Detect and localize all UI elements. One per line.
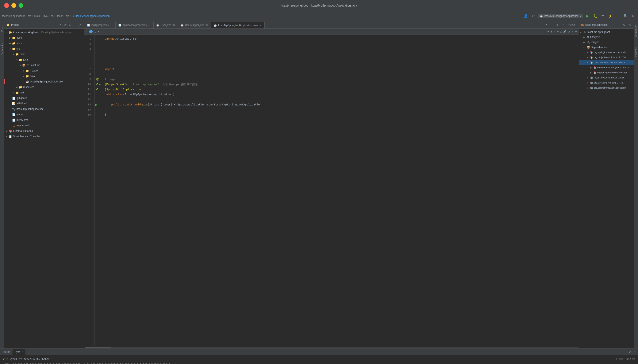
tab-main-class[interactable]: ☕ ItcastMpSpringbootApplication.java ✕: [211, 22, 265, 28]
maven-expand-deps[interactable]: ▾: [583, 46, 587, 48]
breadcrumb-project[interactable]: itcast-mp-springboot: [2, 14, 25, 18]
tree-item-scratches[interactable]: ▶ 📋 Scratches and Consoles: [4, 134, 84, 139]
maven-dep-3-1[interactable]: ▶ 📚 com.baomidou:mybatis-plus m: [579, 65, 634, 70]
maven-item-plugins[interactable]: ▶ 🔌 Plugins: [579, 40, 634, 45]
tab-usermapper[interactable]: ☕ UserMapper.java ✕: [178, 22, 211, 28]
build-tab-sync[interactable]: Sync ✕: [12, 349, 26, 355]
vcs-icon-btn[interactable]: 👤: [523, 13, 529, 19]
more-run-btn[interactable]: ⋮: [615, 13, 621, 19]
settings-btn[interactable]: ⚙: [630, 13, 636, 19]
hscroll-track[interactable]: [85, 347, 578, 348]
tree-item-ext-libs[interactable]: ▶ 📚 External Libraries: [4, 128, 84, 134]
maven-expand-dep3[interactable]: ▾: [587, 61, 590, 64]
expand-icon[interactable]: ⤢: [571, 30, 573, 33]
maven-close-icon[interactable]: ✕: [628, 23, 632, 27]
build-close-icon[interactable]: ✕: [632, 350, 636, 354]
maven-expand-lifecycle[interactable]: ▶: [583, 36, 587, 38]
close-panel-icon[interactable]: ✕: [78, 23, 82, 27]
expand-arrow[interactable]: ▾: [12, 53, 15, 56]
tree-item-package[interactable]: ▾ 📦 cn.itcast.mp: [4, 62, 84, 68]
close-button[interactable]: [4, 3, 9, 8]
tab-close-user[interactable]: ✕: [172, 24, 175, 26]
maven-tab-label[interactable]: Maven: [566, 23, 577, 26]
sidebar-label-bookmarks[interactable]: Bookmarks: [1, 42, 4, 57]
panel-dropdown-arrow[interactable]: ▾: [60, 24, 61, 26]
tab-close-main-class[interactable]: ✕: [259, 24, 262, 27]
maven-expand-plugins[interactable]: ▶: [583, 41, 587, 44]
tab-close-all[interactable]: ✕: [561, 22, 565, 27]
tree-item-mvn[interactable]: ▶ 📁 .mvn: [4, 40, 84, 46]
tab-close-usermapper[interactable]: ✕: [206, 24, 208, 26]
breadcrumb-itcast[interactable]: itcast: [57, 14, 63, 18]
link-icon[interactable]: 🔗: [563, 30, 566, 33]
build-refresh-icon[interactable]: ⟳: [3, 358, 5, 360]
minimize-button[interactable]: [12, 3, 16, 8]
tab-settings-btn[interactable]: ⚙: [555, 22, 560, 27]
expand-arrow[interactable]: ▾: [15, 59, 19, 61]
search-btn[interactable]: 🔍: [622, 13, 629, 19]
more-icon[interactable]: ≫: [574, 30, 577, 33]
expand-arrow[interactable]: ▶: [15, 86, 19, 88]
build-tab-close[interactable]: ✕: [22, 350, 24, 353]
breadcrumb-java[interactable]: java: [43, 14, 48, 18]
maven-item-root[interactable]: ▾ 🗂 itcast-mp-springboot: [579, 30, 634, 34]
maven-expand-root[interactable]: ▾: [580, 31, 583, 33]
sidebar-label-project[interactable]: Project: [1, 23, 4, 33]
run-gutter-icon-14[interactable]: ▶: [95, 103, 98, 106]
download-icon[interactable]: ⬇: [550, 30, 552, 33]
dots-menu-icon[interactable]: ⋮: [73, 23, 77, 27]
maven-item-lifecycle[interactable]: ▶ ⚙ Lifecycle: [579, 34, 634, 40]
down-arrow-icon[interactable]: ▼: [98, 30, 100, 33]
maven-dep-2[interactable]: ▶ 📚 org.projectlombok:lombok:1.18.: [579, 55, 634, 60]
upload-icon[interactable]: ⬆: [554, 30, 556, 33]
maven-item-deps[interactable]: ▾ 📦 Dependencies: [579, 45, 634, 50]
collapse-all-icon[interactable]: ⊟: [68, 23, 72, 27]
expand-arrow[interactable]: ▶: [12, 92, 15, 94]
expand-arrow[interactable]: ▶: [9, 37, 12, 39]
tree-item-main-class[interactable]: ▶ ☕ ItcastMpSpringbootApplication: [4, 79, 84, 84]
run-gutter-icon-10[interactable]: ▶: [99, 83, 101, 86]
tree-item-root[interactable]: ▾ 📂 itcast-mp-springboot ~/Desktop/项目/it…: [4, 30, 84, 35]
tree-item-pom[interactable]: ▶ 🗂 m pom.xml: [4, 123, 84, 128]
hscroll-thumb[interactable]: [85, 347, 111, 348]
tab-close-log4j[interactable]: ✕: [110, 24, 113, 26]
tab-app-props[interactable]: 📄 application.properties ✕: [116, 22, 154, 28]
tree-item-help[interactable]: ▶ 📝 HELP.md: [4, 101, 84, 106]
grid-icon[interactable]: ⊞: [560, 30, 562, 33]
tree-item-java[interactable]: ▾ 📁 java: [4, 57, 84, 62]
expand-arrow[interactable]: ▾: [19, 64, 22, 66]
breadcrumb-class[interactable]: ⚙ ItcastMpSpringbootApplication: [72, 14, 110, 18]
checkmark-icon[interactable]: ✓: [86, 30, 88, 33]
sidebar-label-database[interactable]: Database: [634, 45, 638, 58]
tab-user[interactable]: ☕ User.java ✕: [154, 22, 178, 28]
editor-hscroll[interactable]: [84, 346, 579, 348]
expand-arrow[interactable]: ▾: [5, 31, 9, 34]
tree-item-pojo[interactable]: ▶ 📁 pojo: [4, 74, 84, 79]
tree-item-test[interactable]: ▶ 📁 test: [4, 90, 84, 95]
breadcrumb-mp[interactable]: mp: [66, 14, 70, 18]
maven-expand-dep1[interactable]: ▶: [587, 51, 590, 54]
tree-item-idea[interactable]: ▶ 📁 .idea: [4, 35, 84, 40]
maven-expand-dep3-1[interactable]: ▶: [590, 66, 593, 69]
block-icon[interactable]: ⊘: [568, 30, 570, 33]
maven-expand-dep5[interactable]: ▶: [587, 82, 590, 84]
maven-expand-dep2[interactable]: ▶: [587, 56, 590, 59]
maven-dep-3-2[interactable]: ▶ 📚 org.springframework.boot:sp: [579, 70, 634, 75]
expand-arrow[interactable]: ▾: [9, 48, 12, 50]
expand-arrow[interactable]: ▶: [22, 75, 25, 78]
add-icon[interactable]: +: [557, 30, 559, 33]
code-area[interactable]: package cn.itcast.mp; import ...; 1 usag…: [101, 34, 579, 346]
tree-item-iml[interactable]: ▶ 🔧 itcast-mp-springboot.iml: [4, 106, 84, 112]
expand-arrow[interactable]: ▶: [5, 130, 9, 132]
expand-arrow[interactable]: ▶: [5, 136, 9, 138]
build-settings-icon[interactable]: ⚙: [628, 350, 632, 354]
maven-expand-dep6[interactable]: ▶: [587, 87, 590, 89]
tab-more-btn[interactable]: ⋮: [550, 22, 554, 27]
tree-item-mapper[interactable]: ▶ 📁 mapper: [4, 68, 84, 74]
up-arrow-icon[interactable]: ▲: [94, 30, 96, 33]
run-button[interactable]: ▶: [584, 13, 591, 19]
maximize-button[interactable]: [19, 3, 23, 8]
back-icon-btn[interactable]: ↩: [530, 13, 536, 19]
maven-expand-dep4[interactable]: ▶: [587, 76, 590, 79]
tree-item-main[interactable]: ▾ 📁 main: [4, 52, 84, 57]
